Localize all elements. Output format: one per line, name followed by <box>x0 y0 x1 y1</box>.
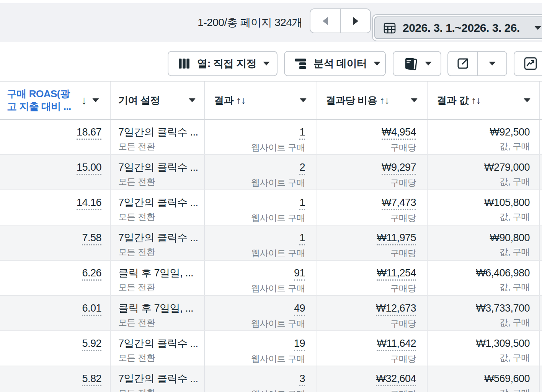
roas-value[interactable]: 5.92 <box>82 337 101 351</box>
table-row[interactable]: 5.82 7일간의 클릭수 ... 모든 전환 3 웹사이트 구매 ₩32,60… <box>0 366 542 392</box>
cell-extra <box>540 120 542 154</box>
cost-per-result-sub: 구매당 <box>317 388 416 392</box>
results-sub: 웹사이트 구매 <box>205 283 305 294</box>
results-value[interactable]: 91 <box>294 266 305 281</box>
result-value-amount: ₩6,406,980 <box>428 266 530 279</box>
cell-result-value: ₩3,733,700 값, 구매 <box>428 296 540 330</box>
roas-value[interactable]: 7.58 <box>82 231 101 245</box>
chevron-down-icon <box>425 62 432 65</box>
table-row[interactable]: 6.01 클릭 후 7일일, ... 모든 전환 49 웹사이트 구매 ₩12,… <box>0 296 542 331</box>
result-value-sub: 값, 구매 <box>428 352 530 363</box>
table-row[interactable]: 14.16 7일간의 클릭수 ... 모든 전환 1 웹사이트 구매 ₩7,47… <box>0 190 542 225</box>
chevron-down-icon[interactable] <box>524 98 531 102</box>
header-results[interactable]: 결과 ↑↓ <box>205 82 317 119</box>
results-value[interactable]: 3 <box>299 372 305 386</box>
result-value-sub: 값, 구매 <box>428 211 530 222</box>
prev-page-button[interactable] <box>310 9 340 33</box>
cell-roas: 5.92 <box>0 331 111 366</box>
result-value-sub: 값, 구매 <box>428 176 530 187</box>
chevron-down-icon <box>263 62 270 65</box>
header-purchase-roas[interactable]: 구매 ROAS(광고 지출 대비 ... ↓ <box>0 82 111 119</box>
cell-cost-per-result: ₩7,473 구매당 <box>317 190 428 225</box>
charts-button[interactable] <box>514 51 542 76</box>
result-value-amount: ₩569,600 <box>428 372 530 385</box>
columns-button[interactable]: 열: 직접 지정 <box>168 51 278 76</box>
chevron-down-icon[interactable] <box>189 98 196 102</box>
result-value-sub: 값, 구매 <box>428 317 530 328</box>
results-value[interactable]: 49 <box>294 302 305 316</box>
attribution-value: 7일간의 클릭수 ... <box>118 372 204 385</box>
results-sub: 웹사이트 구매 <box>205 318 305 329</box>
attribution-value: 7일간의 클릭수 ... <box>118 126 204 139</box>
results-value[interactable]: 19 <box>294 337 305 351</box>
cost-per-result-value[interactable]: ₩9,297 <box>382 161 416 175</box>
cell-result-value: ₩6,406,980 값, 구매 <box>428 261 540 295</box>
result-value-sub: 값, 구매 <box>428 387 530 392</box>
header-attribution[interactable]: 기여 설정 <box>111 82 205 119</box>
cost-per-result-value[interactable]: ₩11,254 <box>377 266 416 281</box>
breakdown-button-label: 분석 데이터 <box>313 57 367 70</box>
cell-extra <box>540 366 542 392</box>
table-row[interactable]: 18.67 7일간의 클릭수 ... 모든 전환 1 웹사이트 구매 ₩4,95… <box>0 120 542 155</box>
chevron-down-icon <box>534 26 541 30</box>
results-value[interactable]: 1 <box>299 196 305 210</box>
chevron-down-icon[interactable] <box>300 98 307 102</box>
header-cost-per-result[interactable]: 결과당 비용 ↑↓ <box>317 82 428 119</box>
chevron-down-icon[interactable] <box>411 98 418 102</box>
reports-button[interactable] <box>393 51 441 76</box>
result-value-amount: ₩3,733,700 <box>428 302 530 315</box>
top-bar: 1-200/총 페이지 324개 <box>0 3 542 42</box>
cell-attribution: 7일간의 클릭수 ... 모든 전환 <box>111 225 205 260</box>
export-button[interactable] <box>448 52 477 75</box>
table-row[interactable]: 6.26 클릭 후 7일일, ... 모든 전환 91 웹사이트 구매 ₩11,… <box>0 261 542 296</box>
cell-extra <box>540 261 542 295</box>
attribution-value: 클릭 후 7일일, ... <box>118 302 204 315</box>
reports-icon <box>403 56 418 71</box>
cost-per-result-value[interactable]: ₩4,954 <box>382 126 416 140</box>
cell-attribution: 7일간의 클릭수 ... 모든 전환 <box>111 120 205 154</box>
attribution-sub: 모든 전환 <box>118 211 204 222</box>
roas-value[interactable]: 6.26 <box>82 266 101 281</box>
cell-cost-per-result: ₩11,642 구매당 <box>317 331 428 366</box>
header-cost-per-result-label: 결과당 비용 ↑↓ <box>326 94 389 107</box>
roas-value[interactable]: 14.16 <box>77 196 101 210</box>
header-result-value[interactable]: 결과 값 ↑↓ <box>428 82 540 119</box>
results-value[interactable]: 2 <box>299 161 305 175</box>
table-row[interactable]: 7.58 7일간의 클릭수 ... 모든 전환 1 웹사이트 구매 ₩11,97… <box>0 225 542 261</box>
cell-attribution: 클릭 후 7일일, ... 모든 전환 <box>111 261 205 295</box>
pagination-status: 1-200/총 페이지 324개 <box>168 3 302 42</box>
cell-results: 49 웹사이트 구매 <box>205 296 317 330</box>
results-sub: 웹사이트 구매 <box>205 247 305 259</box>
cell-cost-per-result: ₩11,254 구매당 <box>317 261 428 295</box>
table-row[interactable]: 15.00 7일간의 클릭수 ... 모든 전환 2 웹사이트 구매 ₩9,29… <box>0 155 542 190</box>
attribution-value: 7일간의 클릭수 ... <box>118 161 204 174</box>
cost-per-result-value[interactable]: ₩7,473 <box>382 196 416 210</box>
attribution-sub: 모든 전환 <box>118 352 204 363</box>
cost-per-result-sub: 구매당 <box>317 212 416 224</box>
header-result-value-label: 결과 값 ↑↓ <box>437 94 481 107</box>
chevron-down-icon[interactable] <box>92 98 99 102</box>
breakdown-button[interactable]: 분석 데이터 <box>284 51 386 76</box>
export-icon <box>456 57 470 70</box>
table-row[interactable]: 5.92 7일간의 클릭수 ... 모든 전환 19 웹사이트 구매 ₩11,6… <box>0 331 542 366</box>
cell-results: 1 웹사이트 구매 <box>205 225 317 260</box>
result-value-sub: 값, 구매 <box>428 281 530 293</box>
results-value[interactable]: 1 <box>299 231 305 245</box>
roas-value[interactable]: 5.82 <box>82 372 101 386</box>
cell-attribution: 7일간의 클릭수 ... 모든 전환 <box>111 331 205 366</box>
cell-result-value: ₩105,800 값, 구매 <box>428 190 540 225</box>
cost-per-result-value[interactable]: ₩32,604 <box>376 372 416 386</box>
attribution-value: 7일간의 클릭수 ... <box>118 196 204 209</box>
roas-value[interactable]: 18.67 <box>77 126 101 140</box>
cost-per-result-value[interactable]: ₩11,642 <box>377 337 416 351</box>
date-range-button[interactable]: 2026. 3. 1.~2026. 3. 26. <box>374 16 542 39</box>
roas-value[interactable]: 15.00 <box>77 161 101 175</box>
next-page-button[interactable] <box>340 9 370 33</box>
roas-value[interactable]: 6.01 <box>82 302 101 316</box>
cost-per-result-value[interactable]: ₩12,673 <box>376 302 416 316</box>
cost-per-result-value[interactable]: ₩11,975 <box>377 231 416 245</box>
results-sub: 웹사이트 구매 <box>205 388 305 392</box>
results-value[interactable]: 1 <box>299 126 305 140</box>
header-attribution-label: 기여 설정 <box>118 94 160 107</box>
export-options-button[interactable] <box>477 52 506 75</box>
